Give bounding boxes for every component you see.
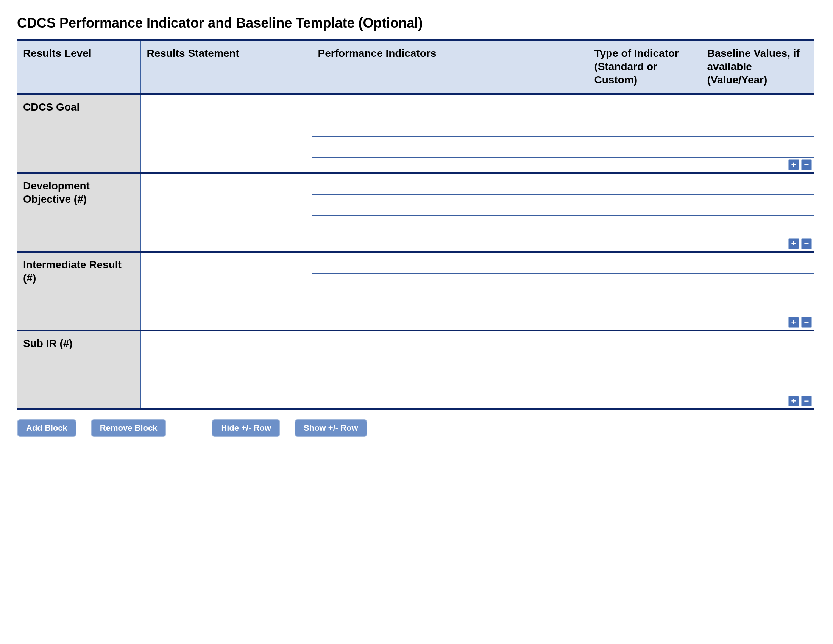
indicator-cell[interactable] <box>312 332 588 352</box>
add-block-button[interactable]: Add Block <box>17 419 77 437</box>
level-label: Sub IR (#) <box>17 332 140 408</box>
baseline-cell[interactable] <box>701 195 814 216</box>
section-separator <box>17 408 814 410</box>
add-row-button[interactable]: + <box>788 317 799 328</box>
type-cell[interactable] <box>588 332 701 352</box>
baseline-cell[interactable] <box>701 274 814 295</box>
type-cell[interactable] <box>588 216 701 237</box>
type-cell[interactable] <box>588 373 701 394</box>
remove-row-button[interactable]: − <box>801 396 812 406</box>
add-row-button[interactable]: + <box>788 159 799 170</box>
indicator-cell[interactable] <box>312 116 588 137</box>
results-statement-cell[interactable] <box>140 253 312 330</box>
indicator-cell[interactable] <box>312 94 588 116</box>
col-baseline-values: Baseline Values, if available (Value/Yea… <box>701 40 814 94</box>
indicator-cell[interactable] <box>312 216 588 237</box>
type-cell[interactable] <box>588 274 701 295</box>
add-row-button[interactable]: + <box>788 238 799 249</box>
baseline-cell[interactable] <box>701 352 814 373</box>
show-row-button[interactable]: Show +/- Row <box>294 419 367 437</box>
plus-icon: + <box>791 161 796 169</box>
col-results-statement: Results Statement <box>140 40 312 94</box>
indicator-cell[interactable] <box>312 274 588 295</box>
indicator-cell[interactable] <box>312 295 588 315</box>
table-header-row: Results Level Results Statement Performa… <box>17 40 814 94</box>
baseline-cell[interactable] <box>701 332 814 352</box>
indicator-table: Results Level Results Statement Performa… <box>17 39 814 410</box>
remove-row-button[interactable]: − <box>801 238 812 249</box>
table-row: Intermediate Result (#) <box>17 253 814 274</box>
plus-icon: + <box>791 318 796 327</box>
indicator-cell[interactable] <box>312 137 588 158</box>
results-statement-cell[interactable] <box>140 94 312 172</box>
baseline-cell[interactable] <box>701 373 814 394</box>
baseline-cell[interactable] <box>701 253 814 274</box>
col-performance-indicators: Performance Indicators <box>312 40 588 94</box>
minus-icon: − <box>804 318 809 327</box>
level-label: CDCS Goal <box>17 94 140 172</box>
indicator-cell[interactable] <box>312 373 588 394</box>
hide-row-button[interactable]: Hide +/- Row <box>212 419 280 437</box>
add-row-button[interactable]: + <box>788 396 799 406</box>
type-cell[interactable] <box>588 94 701 116</box>
type-cell[interactable] <box>588 195 701 216</box>
table-row: Development Objective (#) <box>17 174 814 195</box>
indicator-cell[interactable] <box>312 195 588 216</box>
minus-icon: − <box>804 161 809 169</box>
remove-row-button[interactable]: − <box>801 159 812 170</box>
results-statement-cell[interactable] <box>140 174 312 251</box>
remove-block-button[interactable]: Remove Block <box>91 419 167 437</box>
baseline-cell[interactable] <box>701 137 814 158</box>
type-cell[interactable] <box>588 116 701 137</box>
remove-row-button[interactable]: − <box>801 317 812 328</box>
results-statement-cell[interactable] <box>140 332 312 408</box>
baseline-cell[interactable] <box>701 116 814 137</box>
baseline-cell[interactable] <box>701 94 814 116</box>
plus-icon: + <box>791 397 796 405</box>
plus-icon: + <box>791 240 796 248</box>
baseline-cell[interactable] <box>701 174 814 195</box>
col-results-level: Results Level <box>17 40 140 94</box>
col-type-of-indicator: Type of Indicator (Standard or Custom) <box>588 40 701 94</box>
type-cell[interactable] <box>588 137 701 158</box>
baseline-cell[interactable] <box>701 295 814 315</box>
type-cell[interactable] <box>588 352 701 373</box>
level-label: Development Objective (#) <box>17 174 140 251</box>
type-cell[interactable] <box>588 174 701 195</box>
table-row: Sub IR (#) <box>17 332 814 352</box>
indicator-cell[interactable] <box>312 174 588 195</box>
level-label: Intermediate Result (#) <box>17 253 140 330</box>
minus-icon: − <box>804 397 809 405</box>
table-row: CDCS Goal <box>17 94 814 116</box>
type-cell[interactable] <box>588 253 701 274</box>
action-bar: Add Block Remove Block Hide +/- Row Show… <box>17 419 816 437</box>
indicator-cell[interactable] <box>312 253 588 274</box>
page-title: CDCS Performance Indicator and Baseline … <box>17 15 816 31</box>
baseline-cell[interactable] <box>701 216 814 237</box>
minus-icon: − <box>804 240 809 248</box>
indicator-cell[interactable] <box>312 352 588 373</box>
type-cell[interactable] <box>588 295 701 315</box>
